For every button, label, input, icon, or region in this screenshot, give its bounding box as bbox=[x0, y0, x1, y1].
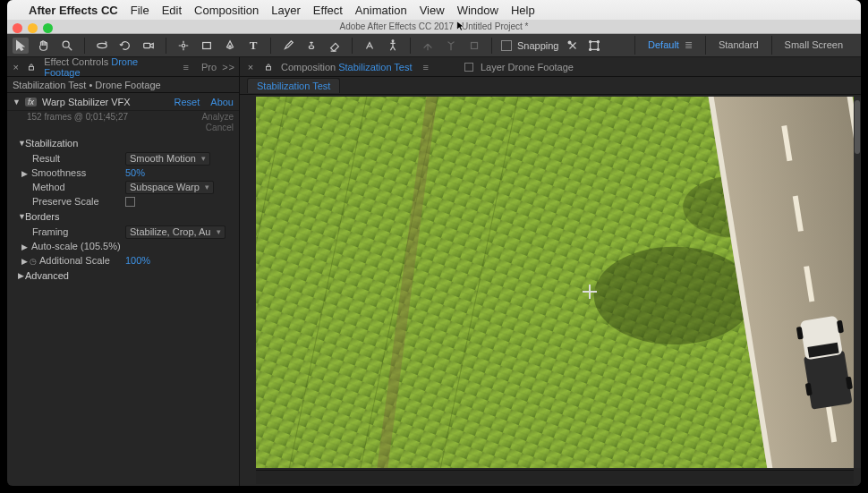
menu-window[interactable]: Window bbox=[457, 4, 498, 17]
label-preserve-scale: Preserve Scale bbox=[32, 196, 125, 207]
group-stabilization: Stabilization bbox=[25, 138, 78, 149]
analyze-button[interactable]: Analyze bbox=[201, 112, 234, 122]
reset-link[interactable]: Reset bbox=[174, 97, 200, 107]
world-axis-icon[interactable] bbox=[443, 38, 459, 54]
menu-composition[interactable]: Composition bbox=[194, 4, 259, 17]
dropdown-method[interactable]: Subspace Warp▾ bbox=[125, 181, 214, 194]
viewer-status-bar bbox=[256, 470, 854, 484]
svg-rect-14 bbox=[30, 66, 34, 70]
group-borders: Borders bbox=[25, 211, 60, 222]
workspace-default[interactable]: Default≣ bbox=[634, 36, 705, 55]
menu-view[interactable]: View bbox=[420, 4, 445, 17]
svg-rect-2 bbox=[144, 43, 150, 47]
local-axis-icon[interactable] bbox=[420, 38, 436, 54]
value-additional-scale[interactable]: 100% bbox=[125, 255, 150, 266]
orbit-tool-icon[interactable] bbox=[94, 38, 110, 54]
panel-menu-icon[interactable]: ≡ bbox=[183, 62, 189, 72]
frames-info: 152 frames @ 0;01;45;27 bbox=[27, 112, 128, 132]
composition-viewer[interactable] bbox=[256, 97, 861, 468]
effect-header: ▼ fx Warp Stabilizer VFX Reset Abou bbox=[7, 93, 239, 111]
mac-menu-bar: After Effects CC File Edit Composition L… bbox=[7, 0, 861, 20]
workspace-switcher: Default≣ Standard Small Screen bbox=[634, 36, 855, 55]
menu-layer[interactable]: Layer bbox=[271, 4, 301, 17]
viewer-vertical-scrollbar[interactable] bbox=[854, 97, 861, 468]
active-comp-tab[interactable]: Stabilization Test bbox=[247, 78, 340, 93]
pen-tool-icon[interactable] bbox=[222, 38, 238, 54]
cancel-button[interactable]: Cancel bbox=[206, 123, 234, 132]
view-axis-icon[interactable] bbox=[466, 38, 482, 54]
twirl-down-icon[interactable]: ▼ bbox=[18, 139, 25, 148]
snap-grid-icon[interactable] bbox=[586, 38, 602, 54]
hand-tool-icon[interactable] bbox=[36, 38, 52, 54]
svg-rect-33 bbox=[804, 351, 852, 410]
tab-layer[interactable]: Layer Drone Footage bbox=[481, 62, 574, 72]
type-tool-icon[interactable]: T bbox=[245, 38, 261, 54]
workspace-small-screen[interactable]: Small Screen bbox=[771, 36, 855, 55]
fx-badge-icon[interactable]: fx bbox=[25, 98, 37, 106]
panel-menu-icon[interactable]: ≡ bbox=[423, 62, 429, 72]
anchor-target-icon bbox=[583, 285, 597, 299]
workspace-standard[interactable]: Standard bbox=[705, 36, 771, 55]
minimize-window-button[interactable] bbox=[28, 23, 38, 33]
menu-animation[interactable]: Animation bbox=[355, 4, 407, 17]
tab-effect-controls[interactable]: Effect Controls Drone Footage bbox=[42, 55, 174, 80]
menu-edit[interactable]: Edit bbox=[162, 4, 182, 17]
window-title: Adobe After Effects CC 2017 - Untitled P… bbox=[339, 21, 528, 31]
roto-brush-tool-icon[interactable] bbox=[362, 38, 378, 54]
panel-overflow-icon[interactable]: >> bbox=[222, 62, 235, 72]
zoom-window-button[interactable] bbox=[43, 23, 53, 33]
twirl-right-icon[interactable]: ▶ bbox=[21, 169, 28, 178]
eraser-tool-icon[interactable] bbox=[327, 38, 343, 54]
svg-point-5 bbox=[229, 45, 231, 47]
tab-project-truncated[interactable]: Pro bbox=[201, 62, 217, 72]
clone-stamp-tool-icon[interactable] bbox=[303, 38, 319, 54]
close-window-button[interactable] bbox=[13, 23, 22, 33]
selection-tool-icon[interactable] bbox=[13, 38, 29, 54]
snapping-label: Snapping bbox=[517, 40, 559, 51]
brush-tool-icon[interactable] bbox=[280, 38, 296, 54]
menu-file[interactable]: File bbox=[131, 4, 149, 17]
twirl-right-icon[interactable]: ▶ bbox=[21, 242, 28, 251]
puppet-tool-icon[interactable] bbox=[385, 38, 401, 54]
twirl-right-icon[interactable]: ▶ bbox=[21, 257, 28, 266]
effect-controls-breadcrumb: Stabilization Test • Drone Footage bbox=[7, 77, 239, 93]
panel-close-icon[interactable]: × bbox=[245, 62, 256, 72]
panel-lock-icon[interactable] bbox=[27, 63, 38, 72]
effect-name: Warp Stabilizer VFX bbox=[42, 97, 131, 107]
value-smoothness[interactable]: 50% bbox=[125, 167, 145, 178]
tab-composition[interactable]: Composition Stabilization Test bbox=[281, 62, 413, 72]
pan-behind-tool-icon[interactable] bbox=[175, 38, 191, 54]
svg-point-13 bbox=[597, 48, 599, 50]
zoom-tool-icon[interactable] bbox=[59, 38, 75, 54]
workspace-menu-icon[interactable]: ≣ bbox=[685, 39, 693, 50]
label-method: Method bbox=[32, 182, 125, 192]
menu-app-name[interactable]: After Effects CC bbox=[29, 4, 118, 17]
panel-lock-icon[interactable] bbox=[263, 63, 274, 72]
snap-options-icon[interactable] bbox=[565, 38, 581, 54]
camera-tool-icon[interactable] bbox=[140, 38, 157, 54]
twirl-down-icon[interactable]: ▼ bbox=[18, 212, 25, 221]
stopwatch-icon[interactable]: ◷ bbox=[30, 257, 37, 266]
about-link[interactable]: Abou bbox=[210, 97, 234, 107]
layer-tab-icon[interactable] bbox=[464, 63, 473, 72]
effect-controls-panel: × Effect Controls Drone Footage ≡ Pro >>… bbox=[7, 57, 240, 486]
menu-effect[interactable]: Effect bbox=[313, 4, 343, 17]
dropdown-result[interactable]: Smooth Motion▾ bbox=[125, 152, 210, 166]
twirl-down-icon[interactable]: ▼ bbox=[13, 98, 20, 106]
checkbox-preserve-scale[interactable] bbox=[125, 197, 135, 207]
rotate-tool-icon[interactable] bbox=[117, 38, 133, 54]
twirl-right-icon[interactable]: ▶ bbox=[18, 271, 25, 280]
rectangle-tool-icon[interactable] bbox=[199, 38, 215, 54]
svg-point-3 bbox=[182, 44, 185, 47]
svg-rect-7 bbox=[472, 42, 478, 48]
group-advanced: Advanced bbox=[25, 270, 69, 281]
svg-rect-15 bbox=[267, 66, 271, 70]
dropdown-framing[interactable]: Stabilize, Crop, Au▾ bbox=[125, 225, 226, 239]
svg-point-12 bbox=[589, 48, 591, 50]
snapping-checkbox[interactable] bbox=[501, 40, 512, 51]
chevron-down-icon: ▾ bbox=[217, 227, 221, 236]
svg-rect-9 bbox=[590, 41, 598, 49]
menu-help[interactable]: Help bbox=[511, 4, 535, 17]
label-smoothness: Smoothness bbox=[31, 167, 86, 178]
panel-close-icon[interactable]: × bbox=[11, 62, 21, 72]
